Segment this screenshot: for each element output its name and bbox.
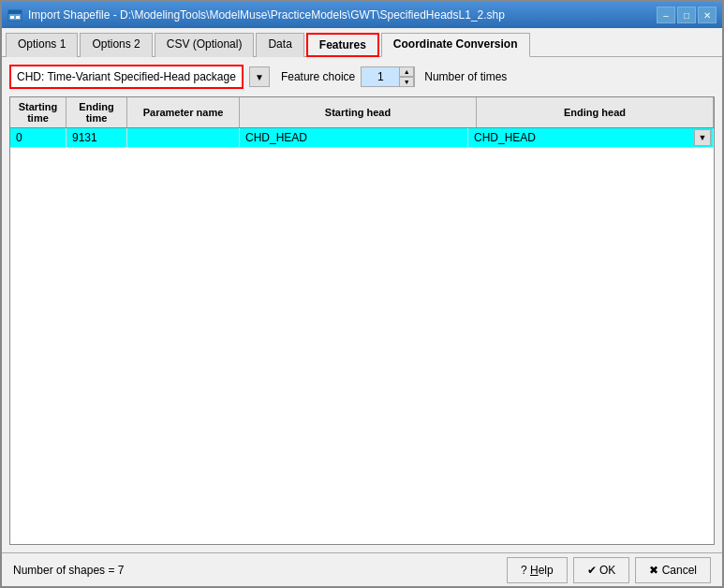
help-button[interactable]: ? Help (507, 557, 568, 583)
minimize-button[interactable]: – (657, 7, 675, 23)
window-icon (7, 7, 22, 22)
data-table: Starting time Ending time Parameter name… (9, 96, 715, 545)
cancel-button[interactable]: ✖ Cancel (635, 557, 711, 583)
col-header-start-time: Starting time (10, 97, 66, 127)
spinner-down[interactable]: ▼ (399, 77, 414, 87)
status-buttons: ? Help ✔ OK ✖ Cancel (507, 557, 711, 583)
tab-coord-conversion[interactable]: Coordinate Conversion (381, 33, 530, 57)
feature-choice-input[interactable]: 1 (362, 67, 399, 86)
title-bar-buttons: – □ ✕ (657, 7, 717, 23)
svg-rect-3 (16, 16, 20, 19)
tab-csv[interactable]: CSV (Optional) (155, 33, 255, 57)
table-header: Starting time Ending time Parameter name… (10, 97, 714, 128)
shapes-count: Number of shapes = 7 (13, 564, 507, 577)
main-window: Import Shapefile - D:\ModelingTools\Mode… (0, 0, 724, 588)
tab-features[interactable]: Features (306, 33, 379, 57)
tab-options2[interactable]: Options 2 (80, 33, 152, 57)
table-row[interactable]: 0 9131 CHD_HEAD CHD_HEAD ▼ (10, 128, 714, 148)
cell-start-time: 0 (10, 128, 66, 147)
tab-options1[interactable]: Options 1 (6, 33, 78, 57)
svg-rect-2 (10, 16, 14, 19)
title-bar: Import Shapefile - D:\ModelingTools\Mode… (2, 2, 722, 28)
col-header-param-name: Parameter name (127, 97, 240, 127)
cell-end-head: CHD_HEAD ▼ (468, 128, 714, 147)
content-area: CHD: Time-Variant Specified-Head package… (2, 57, 722, 552)
col-header-end-head: Ending head (477, 97, 714, 127)
col-header-end-time: Ending time (66, 97, 127, 127)
cell-start-head: CHD_HEAD (240, 128, 468, 147)
feature-choice-label: Feature choice (281, 70, 355, 83)
status-bar: Number of shapes = 7 ? Help ✔ OK ✖ Cance… (2, 552, 722, 586)
feature-choice-spinner[interactable]: 1 ▲ ▼ (361, 66, 415, 87)
spinner-up[interactable]: ▲ (399, 66, 414, 77)
ok-button[interactable]: ✔ OK (573, 557, 630, 583)
cell-end-time: 9131 (66, 128, 127, 147)
number-of-times-label: Number of times (424, 70, 507, 83)
tab-data[interactable]: Data (256, 33, 303, 57)
window-title: Import Shapefile - D:\ModelingTools\Mode… (28, 8, 657, 22)
svg-rect-1 (8, 10, 22, 14)
cell-param-name (127, 128, 240, 147)
maximize-button[interactable]: □ (677, 7, 696, 23)
tabs-bar: Options 1 Options 2 CSV (Optional) Data … (2, 28, 722, 57)
table-body: 0 9131 CHD_HEAD CHD_HEAD ▼ (10, 128, 714, 544)
end-head-dropdown-arrow[interactable]: ▼ (694, 129, 711, 146)
package-row: CHD: Time-Variant Specified-Head package… (9, 65, 715, 89)
close-button[interactable]: ✕ (698, 7, 717, 23)
col-header-start-head: Starting head (240, 97, 477, 127)
spinner-buttons: ▲ ▼ (399, 66, 414, 87)
package-dropdown-arrow[interactable]: ▼ (249, 66, 270, 87)
package-dropdown[interactable]: CHD: Time-Variant Specified-Head package (9, 65, 244, 89)
